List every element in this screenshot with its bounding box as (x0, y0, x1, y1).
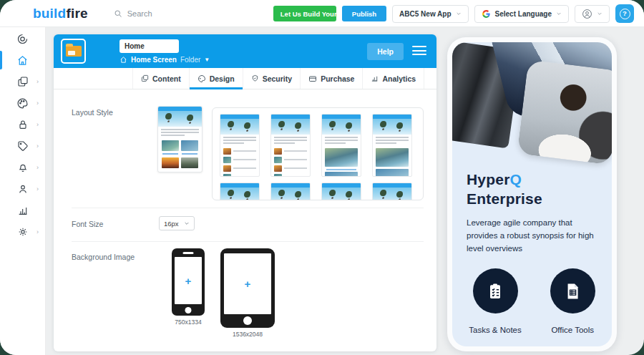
selected-layout-thumbnail[interactable] (157, 106, 203, 172)
editor-tabs: Content Design Security Purchase Analyti… (54, 68, 436, 89)
avatar-icon (582, 9, 592, 19)
content-tab-icon (141, 74, 149, 82)
layout-options-panel[interactable] (212, 107, 424, 200)
top-bar: buildfire Let Us Build Your A... Publish… (0, 0, 644, 27)
chevron-right-icon: › (36, 121, 39, 128)
plugins-icon (17, 76, 29, 87)
analytics-icon (17, 205, 29, 216)
search-input[interactable] (127, 9, 213, 18)
plus-icon: + (185, 276, 192, 286)
question-mark-icon: ? (620, 9, 630, 19)
tablet-device-icon: + (220, 248, 275, 328)
sidebar-item-users[interactable]: › (0, 179, 45, 199)
preview-features: Tasks & Notes Office Tools (452, 268, 612, 334)
breadcrumb-screen[interactable]: Home Screen (131, 56, 177, 64)
chevron-down-icon (184, 220, 190, 226)
tab-label: Content (152, 74, 181, 83)
marketing-tag-icon (17, 140, 29, 152)
security-tab-icon (251, 74, 259, 82)
caret-down-icon[interactable]: ▼ (204, 57, 210, 63)
layout-option-4[interactable] (372, 114, 412, 177)
sidebar-item-design[interactable]: › (0, 93, 45, 113)
help-widget-button[interactable]: ? (615, 4, 634, 23)
security-lock-icon (17, 119, 29, 130)
preview-description: Leverage agile company that provides a r… (467, 217, 602, 255)
chevron-right-icon: › (36, 185, 39, 193)
app-selector[interactable]: ABC5 New App (392, 5, 468, 23)
layout-option-5[interactable] (220, 183, 260, 200)
tab-content[interactable]: Content (132, 68, 189, 89)
feature-office-tools: Office Tools (550, 268, 595, 334)
chevron-right-icon: › (36, 78, 39, 85)
screen-icon-picker[interactable] (61, 39, 86, 64)
layout-option-7[interactable] (321, 183, 361, 200)
tab-analytics[interactable]: Analytics (362, 68, 424, 89)
notifications-bell-icon (17, 162, 29, 173)
tab-purchase[interactable]: Purchase (300, 68, 362, 89)
sidebar-item-settings[interactable]: › (0, 222, 45, 242)
top-bar-actions: Let Us Build Your A... Publish ABC5 New … (273, 0, 634, 27)
layout-option-2[interactable] (270, 114, 311, 177)
tablet-dimensions-label: 1536x2048 (233, 331, 263, 338)
sidebar-item-marketing[interactable]: › (0, 136, 45, 156)
tab-security[interactable]: Security (243, 68, 300, 89)
phone-background-upload[interactable]: + 750x1334 (172, 248, 205, 326)
screen-help-button[interactable]: Help (367, 43, 404, 60)
sidebar-item-buildfire[interactable] (0, 29, 45, 49)
tab-design[interactable]: Design (189, 68, 243, 89)
screen-header: Home Screen Folder ▼ Help (54, 34, 436, 68)
tab-label: Design (210, 74, 235, 83)
font-size-value: 16px (164, 220, 179, 228)
sidebar-item-analytics[interactable] (0, 200, 45, 220)
app-preview-phone: HyperQ Enterprise Leverage agile company… (447, 37, 617, 351)
sidebar-item-plugins[interactable]: › (0, 72, 45, 92)
thumb-hero-image (158, 111, 202, 127)
layout-option-6[interactable] (270, 183, 311, 200)
chevron-right-icon: › (36, 228, 39, 235)
sidebar-item-notifications[interactable]: › (0, 157, 45, 178)
plus-icon: + (245, 278, 251, 289)
logo-build-text: build (33, 6, 66, 21)
users-icon (17, 183, 29, 195)
chevron-down-icon (556, 11, 562, 16)
chevron-right-icon: › (36, 99, 39, 107)
let-us-build-button[interactable]: Let Us Build Your A... (273, 6, 336, 21)
publish-button[interactable]: Publish (342, 6, 386, 21)
layout-option-8[interactable] (372, 183, 412, 200)
analytics-tab-icon (371, 74, 379, 82)
screen-name-input[interactable] (119, 39, 179, 53)
home-icon (119, 56, 127, 64)
font-size-select[interactable]: 16px (159, 216, 195, 230)
smiling-man-photo (517, 59, 612, 165)
hamburger-menu-icon[interactable] (412, 46, 426, 58)
home-icon (16, 54, 29, 67)
purchase-tab-icon (308, 74, 317, 83)
sidebar-item-security[interactable]: › (0, 115, 45, 135)
tablet-background-upload[interactable]: + 1536x2048 (220, 248, 275, 338)
tasks-notes-icon (473, 268, 518, 313)
chevron-right-icon: › (36, 142, 39, 150)
sidebar-item-home[interactable] (0, 50, 45, 70)
chevron-down-icon (456, 11, 462, 16)
preview-app-title: HyperQ Enterprise (467, 170, 542, 209)
account-menu[interactable] (575, 5, 610, 23)
language-selector[interactable]: Select Language (474, 5, 569, 23)
layout-option-1[interactable] (220, 114, 260, 177)
office-tools-icon (550, 268, 595, 313)
breadcrumb-type[interactable]: Folder (180, 56, 200, 64)
feature-label: Office Tools (551, 326, 594, 334)
google-icon (482, 9, 491, 19)
preview-screen: HyperQ Enterprise Leverage agile company… (452, 42, 612, 346)
screen-title-block: Home Screen Folder ▼ (119, 39, 210, 64)
tab-label: Analytics (382, 74, 416, 83)
feature-tasks-notes: Tasks & Notes (469, 268, 522, 334)
layout-option-3[interactable] (321, 114, 361, 177)
folder-icon (66, 46, 82, 57)
thumb-text-lines (158, 127, 202, 139)
global-search (114, 9, 213, 18)
breadcrumb: Home Screen Folder ▼ (119, 56, 210, 64)
thumb-image-grid (158, 139, 202, 168)
design-settings-panel: Layout Style (54, 89, 436, 351)
divider (72, 241, 424, 242)
design-tab-icon (197, 74, 206, 83)
